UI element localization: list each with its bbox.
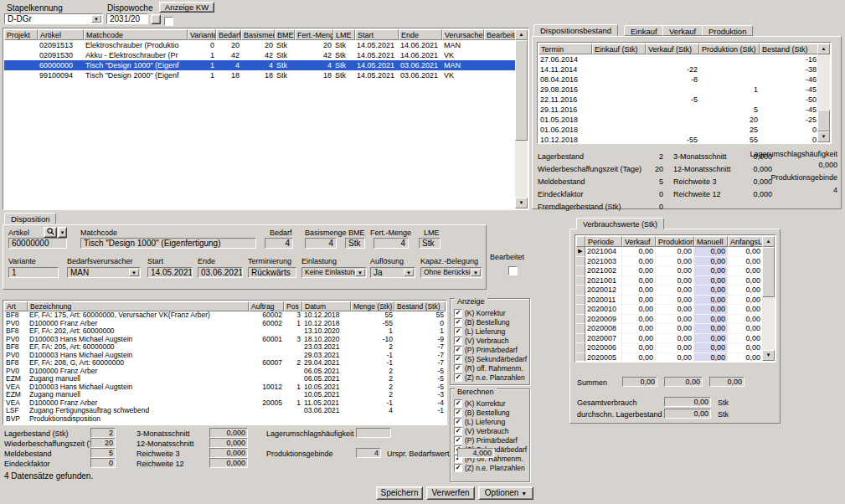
column-header[interactable]: Auftrag: [249, 301, 284, 311]
bedarf-field[interactable]: 4: [265, 238, 293, 249]
column-header[interactable]: Variante: [188, 29, 216, 40]
aufloesung-select[interactable]: Ja ▼: [370, 267, 415, 278]
table-row[interactable]: 20210020,000,000,000,00: [576, 266, 762, 276]
bme-field[interactable]: Stk: [345, 238, 365, 249]
artikel-search-button[interactable]: [44, 227, 57, 238]
table-row[interactable]: 20210030,000,000,000,00: [576, 257, 762, 267]
table-row[interactable]: VEAD100003 Hans Michael Augstein10012110…: [4, 383, 446, 392]
column-header[interactable]: Verursacher: [442, 29, 484, 40]
column-header[interactable]: Bearbeitet: [484, 29, 515, 40]
table-row[interactable]: BF8EF, FA: 175, Art: 60000000, Verursach…: [4, 311, 446, 320]
checkbox-checked-icon[interactable]: ✓: [454, 346, 462, 354]
table-row[interactable]: BF8EF, FA: 202, Art: 6000000013.10.20201…: [4, 327, 446, 336]
checkbox-checked-icon[interactable]: ✓: [454, 364, 462, 373]
verwerfen-button[interactable]: Verwerfen: [426, 486, 475, 500]
basismenge-field[interactable]: 4: [305, 238, 337, 249]
checkbox-checked-icon[interactable]: ✓: [454, 337, 462, 345]
column-header[interactable]: Verkauf: [622, 236, 656, 247]
column-header[interactable]: Start: [355, 29, 399, 40]
checkbox-option[interactable]: ✓(Z) n.e. Planzahlen: [454, 463, 527, 472]
scrollbar-thumb[interactable]: [817, 110, 830, 131]
checkbox-option[interactable]: ✓(V) Verbrauch: [454, 336, 527, 345]
table-row[interactable]: BVPProduktionsdisposition: [4, 415, 446, 424]
column-header[interactable]: Basismenge: [241, 29, 275, 40]
tab-disposition[interactable]: Disposition: [4, 213, 56, 224]
matchcode-field[interactable]: Tisch "Design 1000" (Eigenfertigung): [80, 238, 256, 249]
column-header[interactable]: Art: [4, 301, 28, 311]
checkbox-option[interactable]: ✓(K) Korrektur: [454, 308, 527, 317]
artikel-field[interactable]: 60000000: [8, 238, 67, 249]
bearbeitet-checkbox[interactable]: [508, 266, 518, 275]
column-header[interactable]: Bestand (Stk): [394, 301, 446, 311]
table-row[interactable]: 20210010,000,000,000,00: [576, 276, 762, 286]
scroll-down-icon[interactable]: ▼: [762, 350, 775, 361]
table-row[interactable]: 27.06.2014-16: [538, 54, 817, 64]
checkbox-checked-icon[interactable]: ✓: [454, 399, 462, 408]
checkbox-checked-icon[interactable]: ✓: [454, 309, 462, 317]
checkbox-checked-icon[interactable]: ✓: [454, 436, 462, 445]
table-row[interactable]: 14.11.2014-22-38: [538, 64, 817, 75]
table-row[interactable]: 02091530Akku - Elektroschrauber (Pr14242…: [4, 50, 515, 60]
artikel-dropdown-button[interactable]: ▼: [58, 227, 67, 238]
column-header[interactable]: Ende: [399, 29, 442, 40]
table-row[interactable]: ▶20210040,000,000,000,00: [576, 247, 762, 257]
table-row[interactable]: 20200050,000,000,000,00: [576, 353, 762, 362]
table-row[interactable]: 20200110,000,000,000,00: [576, 296, 762, 306]
checkbox-option[interactable]: ✓(B) Bestellung: [454, 317, 527, 327]
checkbox-option[interactable]: ✓(P) Primärbedarf: [454, 435, 527, 445]
kapaz-belegung-select[interactable]: Ohne Berücksich ▼: [420, 267, 482, 278]
table-row[interactable]: 20200120,000,000,000,00: [576, 285, 762, 296]
checkbox-option[interactable]: ✓(L) Lieferung: [454, 417, 527, 426]
column-header[interactable]: Artikel: [38, 29, 84, 40]
optionen-button[interactable]: Optionen ▼: [478, 486, 533, 500]
column-header[interactable]: Pos: [284, 301, 302, 311]
column-header[interactable]: Projekt: [4, 29, 38, 40]
column-header[interactable]: Bedarf: [216, 29, 241, 40]
column-header[interactable]: LME: [333, 29, 355, 40]
stapelkennung-select[interactable]: D-DGr ▼: [4, 13, 103, 24]
table-row[interactable]: EZMZugang manuell06.05.20212-5: [4, 375, 446, 383]
checkbox-option[interactable]: ✓(S) Sekundärbedarf: [454, 354, 527, 363]
checkbox-option[interactable]: ✓(L) Lieferung: [454, 327, 527, 336]
column-header[interactable]: Matchcode: [84, 29, 188, 40]
table-row[interactable]: VEAD100000 Franz Arber20005111.05.2021-1…: [4, 399, 446, 408]
column-header[interactable]: Termin: [538, 44, 592, 54]
variante-field[interactable]: 1: [8, 267, 59, 278]
scroll-up-icon[interactable]: ▲: [817, 44, 830, 54]
table-row[interactable]: BF8EF, FA: 205, Art: 6000000023.03.20212…: [4, 343, 446, 352]
speichern-button[interactable]: Speichern: [376, 486, 423, 500]
checkbox-checked-icon[interactable]: ✓: [454, 409, 462, 417]
chevron-down-icon[interactable]: ▼: [471, 269, 481, 276]
checkbox-option[interactable]: ✓(R) off. Rahmenm.: [454, 363, 527, 373]
table-row[interactable]: PV0D100000 Franz Arber60002110.12.2018-5…: [4, 320, 446, 328]
table-row[interactable]: 29.11.20165-45: [538, 105, 817, 115]
tab-einkauf[interactable]: Einkauf: [624, 25, 664, 36]
column-header[interactable]: Produktion: [656, 236, 694, 247]
einlastung-select[interactable]: Keine Einlastung ▼: [301, 267, 367, 278]
table-row[interactable]: 10.12.2018-55550: [538, 135, 817, 142]
table-row[interactable]: PV0D100000 Franz Arber06.05.20212-5: [4, 368, 446, 376]
checkbox-checked-icon[interactable]: ✓: [454, 464, 462, 472]
table-row[interactable]: PV0D100003 Hans Michael Augstein60001318…: [4, 336, 446, 344]
column-header[interactable]: Produktion (Stk): [699, 44, 760, 54]
chevron-down-icon[interactable]: ▼: [404, 269, 414, 276]
table-row[interactable]: 99100094Tisch "Design 2000" (Eigenf11818…: [4, 70, 515, 80]
anzeige-kw-checkbox[interactable]: [164, 17, 173, 26]
scroll-down-icon[interactable]: ▼: [515, 198, 528, 208]
column-header[interactable]: Einkauf (Stk): [592, 44, 646, 54]
column-header[interactable]: AnfangsLB: [728, 236, 762, 247]
checkbox-checked-icon[interactable]: ✓: [454, 355, 462, 363]
tab-dispositionsbestand[interactable]: Dispositionsbestand: [533, 24, 618, 36]
checkbox-checked-icon[interactable]: ✓: [454, 318, 462, 327]
table-row[interactable]: PV0D100003 Hans Michael Augstein29.03.20…: [4, 352, 446, 360]
checkbox-checked-icon[interactable]: ✓: [454, 373, 462, 382]
table-row[interactable]: 60000000Tisch "Design 1000" (Eigenf144St…: [4, 60, 515, 70]
tab-verkauf[interactable]: Verkauf: [662, 25, 703, 36]
chevron-down-icon[interactable]: ▼: [129, 269, 139, 276]
checkbox-option[interactable]: ✓(P) Primärbedarf: [454, 345, 527, 354]
column-header[interactable]: Periode: [585, 236, 622, 247]
table-row[interactable]: 29.08.20161-45: [538, 85, 817, 95]
fertmenge-field[interactable]: 4: [374, 238, 409, 249]
table-row[interactable]: 20200100,000,000,000,00: [576, 305, 762, 315]
column-header[interactable]: Datum: [302, 301, 351, 311]
